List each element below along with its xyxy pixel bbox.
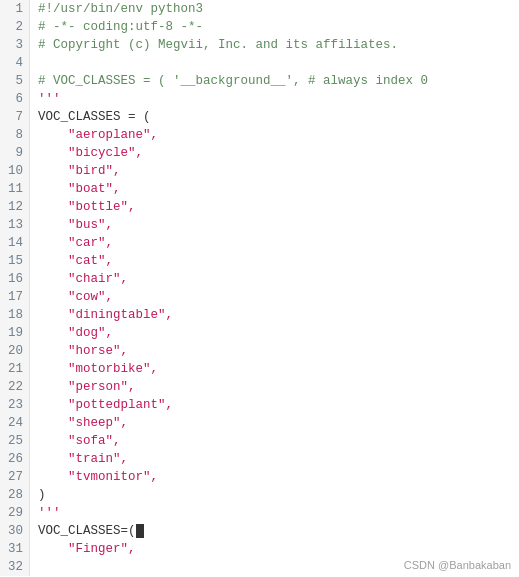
token: # -*- coding:utf-8 -*- bbox=[38, 20, 203, 34]
table-row: 11 "boat", bbox=[0, 180, 519, 198]
line-number: 1 bbox=[0, 0, 30, 18]
line-number: 7 bbox=[0, 108, 30, 126]
line-content: # VOC_CLASSES = ( '__background__', # al… bbox=[30, 72, 519, 90]
token: "horse", bbox=[38, 344, 128, 358]
table-row: 12 "bottle", bbox=[0, 198, 519, 216]
line-number: 11 bbox=[0, 180, 30, 198]
line-number: 19 bbox=[0, 324, 30, 342]
line-number: 24 bbox=[0, 414, 30, 432]
token: "train", bbox=[38, 452, 128, 466]
line-number: 22 bbox=[0, 378, 30, 396]
line-number: 30 bbox=[0, 522, 30, 540]
line-content: ) bbox=[30, 486, 519, 504]
table-row: 31 "Finger", bbox=[0, 540, 519, 558]
token: #!/usr/bin/env python3 bbox=[38, 2, 203, 16]
table-row: 29''' bbox=[0, 504, 519, 522]
table-row: 2# -*- coding:utf-8 -*- bbox=[0, 18, 519, 36]
line-number: 21 bbox=[0, 360, 30, 378]
line-content: ''' bbox=[30, 504, 519, 522]
line-content: "train", bbox=[30, 450, 519, 468]
line-content: VOC_CLASSES = ( bbox=[30, 108, 519, 126]
line-content: "sofa", bbox=[30, 432, 519, 450]
token: "bicycle", bbox=[38, 146, 143, 160]
line-content: "tvmonitor", bbox=[30, 468, 519, 486]
table-row: 5# VOC_CLASSES = ( '__background__', # a… bbox=[0, 72, 519, 90]
token: "motorbike", bbox=[38, 362, 158, 376]
cursor bbox=[136, 524, 144, 538]
line-content: "bird", bbox=[30, 162, 519, 180]
table-row: 26 "train", bbox=[0, 450, 519, 468]
line-number: 31 bbox=[0, 540, 30, 558]
line-number: 28 bbox=[0, 486, 30, 504]
line-number: 13 bbox=[0, 216, 30, 234]
line-content: "pottedplant", bbox=[30, 396, 519, 414]
token: "boat", bbox=[38, 182, 121, 196]
table-row: 25 "sofa", bbox=[0, 432, 519, 450]
table-row: 3# Copyright (c) Megvii, Inc. and its af… bbox=[0, 36, 519, 54]
token: ''' bbox=[38, 92, 61, 106]
token: "aeroplane", bbox=[38, 128, 158, 142]
line-content: "bus", bbox=[30, 216, 519, 234]
line-content: "car", bbox=[30, 234, 519, 252]
line-number: 4 bbox=[0, 54, 30, 72]
token: "cat", bbox=[38, 254, 113, 268]
line-content: "cow", bbox=[30, 288, 519, 306]
token: "cow", bbox=[38, 290, 113, 304]
token: "Finger", bbox=[38, 542, 136, 556]
token: "car", bbox=[38, 236, 113, 250]
table-row: 22 "person", bbox=[0, 378, 519, 396]
line-number: 9 bbox=[0, 144, 30, 162]
line-number: 2 bbox=[0, 18, 30, 36]
token: "bottle", bbox=[38, 200, 136, 214]
line-content: "bicycle", bbox=[30, 144, 519, 162]
table-row: 30VOC_CLASSES=( bbox=[0, 522, 519, 540]
table-row: 6''' bbox=[0, 90, 519, 108]
line-content: "cat", bbox=[30, 252, 519, 270]
line-number: 29 bbox=[0, 504, 30, 522]
line-number: 23 bbox=[0, 396, 30, 414]
line-content: "horse", bbox=[30, 342, 519, 360]
line-content: "bottle", bbox=[30, 198, 519, 216]
table-row: 21 "motorbike", bbox=[0, 360, 519, 378]
line-number: 12 bbox=[0, 198, 30, 216]
line-content: "Finger", bbox=[30, 540, 519, 558]
token: "sofa", bbox=[38, 434, 121, 448]
table-row: 16 "chair", bbox=[0, 270, 519, 288]
token: ''' bbox=[38, 506, 61, 520]
line-content: "chair", bbox=[30, 270, 519, 288]
table-row: 23 "pottedplant", bbox=[0, 396, 519, 414]
line-content: # Copyright (c) Megvii, Inc. and its aff… bbox=[30, 36, 519, 54]
table-row: 24 "sheep", bbox=[0, 414, 519, 432]
line-content: "diningtable", bbox=[30, 306, 519, 324]
line-number: 25 bbox=[0, 432, 30, 450]
table-row: 27 "tvmonitor", bbox=[0, 468, 519, 486]
line-content: "person", bbox=[30, 378, 519, 396]
line-number: 15 bbox=[0, 252, 30, 270]
line-number: 17 bbox=[0, 288, 30, 306]
table-row: 18 "diningtable", bbox=[0, 306, 519, 324]
token: "bus", bbox=[38, 218, 113, 232]
watermark: CSDN @Banbakaban bbox=[404, 559, 511, 571]
line-content: VOC_CLASSES=( bbox=[30, 522, 519, 540]
token: ) bbox=[38, 488, 46, 502]
table-row: 20 "horse", bbox=[0, 342, 519, 360]
line-content: "sheep", bbox=[30, 414, 519, 432]
table-row: 17 "cow", bbox=[0, 288, 519, 306]
line-content: "aeroplane", bbox=[30, 126, 519, 144]
token: "pottedplant", bbox=[38, 398, 173, 412]
line-number: 32 bbox=[0, 558, 30, 576]
token: "diningtable", bbox=[38, 308, 173, 322]
token: "sheep", bbox=[38, 416, 128, 430]
table-row: 8 "aeroplane", bbox=[0, 126, 519, 144]
line-number: 18 bbox=[0, 306, 30, 324]
table-row: 13 "bus", bbox=[0, 216, 519, 234]
line-content: "boat", bbox=[30, 180, 519, 198]
token: VOC_CLASSES=( bbox=[38, 524, 136, 538]
token: # VOC_CLASSES = ( '__background__', # al… bbox=[38, 74, 428, 88]
token: # Copyright (c) Megvii, Inc. and its aff… bbox=[38, 38, 398, 52]
line-content: "motorbike", bbox=[30, 360, 519, 378]
token: "bird", bbox=[38, 164, 121, 178]
line-number: 20 bbox=[0, 342, 30, 360]
token: "chair", bbox=[38, 272, 128, 286]
line-content: ''' bbox=[30, 90, 519, 108]
